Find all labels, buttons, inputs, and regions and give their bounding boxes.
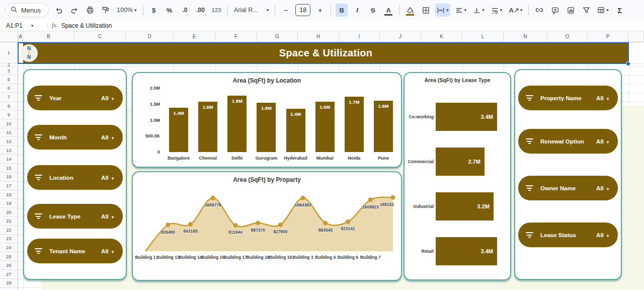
table-tools-button[interactable]: ▾ — [596, 4, 610, 17]
column-header-B[interactable]: B — [23, 31, 74, 42]
text-color-button[interactable]: A — [382, 4, 394, 17]
strikethrough-button[interactable]: S — [367, 4, 379, 17]
row-header-19[interactable]: 19 — [0, 199, 18, 208]
column-header-L[interactable]: L — [462, 31, 504, 42]
create-filter-button[interactable] — [580, 4, 592, 17]
bold-button[interactable]: B — [336, 4, 348, 17]
row-header-20[interactable]: 20 — [0, 208, 18, 217]
decrease-font-size-button[interactable]: − — [280, 4, 292, 17]
search-menus[interactable]: Menus — [5, 3, 49, 17]
column-header-H[interactable]: H — [298, 31, 339, 42]
row-header-6[interactable]: 6 — [0, 84, 18, 93]
horizontal-align-button[interactable]: ▾ — [454, 4, 468, 17]
column-header-C[interactable]: C — [74, 31, 126, 42]
column-header-P[interactable]: P — [588, 31, 628, 42]
column-header-O[interactable]: O — [547, 31, 588, 42]
filter-tenant-name[interactable]: Tenant Name All ▾ — [27, 239, 123, 263]
filter-value-dropdown[interactable]: All ▾ — [596, 185, 609, 191]
column-header-A[interactable]: A — [18, 31, 23, 42]
fill-color-button[interactable] — [404, 4, 416, 17]
column-header-E[interactable]: E — [174, 31, 215, 42]
banner-cell[interactable]: Space & Utilization — [23, 43, 628, 63]
column-header-D[interactable]: D — [126, 31, 174, 42]
increase-decimal-button[interactable]: .00→ — [195, 4, 207, 17]
row-header-14[interactable]: 14 — [0, 155, 18, 164]
row-header-23[interactable]: 23 — [0, 235, 18, 244]
zoom-select[interactable]: 100%▾ — [115, 4, 138, 17]
row-header-5[interactable]: 5 — [0, 75, 18, 84]
functions-button[interactable]: Σ — [614, 4, 626, 17]
column-header-G[interactable]: G — [257, 31, 298, 42]
row-header-18[interactable]: 18 — [0, 190, 18, 199]
column-header-I[interactable]: I — [339, 31, 380, 42]
filter-value-dropdown[interactable]: All ▾ — [101, 175, 114, 181]
filter-lease-status[interactable]: Lease Status All ▾ — [518, 223, 618, 247]
select-all-corner[interactable] — [0, 31, 18, 42]
text-rotation-button[interactable]: A ▾ — [507, 4, 524, 17]
name-box[interactable]: A1:P1▾ — [0, 22, 43, 29]
filter-month[interactable]: Month All ▾ — [27, 125, 123, 150]
row-header-28[interactable]: 28 — [0, 279, 18, 288]
chart-area-by-lease-type[interactable]: Area (SqFt) by Lease Type Co-working3.4M… — [404, 72, 511, 280]
chart-area-by-property[interactable]: Area (SqFt) by Proparty 8264608431651669… — [132, 171, 402, 281]
row-header-24[interactable]: 24 — [0, 243, 18, 252]
borders-button[interactable] — [420, 4, 432, 17]
undo-button[interactable] — [53, 4, 65, 17]
chart-area-by-location[interactable]: Area (SqFt) by Location 2.0M1.5M1.0M500.… — [132, 72, 402, 168]
filter-value-dropdown[interactable]: All ▾ — [101, 248, 114, 254]
filter-renewal-option[interactable]: Renewal Option All ▾ — [518, 129, 618, 154]
increase-font-size-button[interactable]: + — [314, 4, 326, 17]
vertical-align-button[interactable]: ▾ — [471, 4, 486, 17]
column-header-N[interactable]: N — [504, 31, 547, 42]
row-header-26[interactable]: 26 — [0, 261, 18, 270]
row-header-13[interactable]: 13 — [0, 146, 18, 155]
filter-value-dropdown[interactable]: All ▾ — [596, 95, 609, 101]
row-header-17[interactable]: 17 — [0, 181, 18, 190]
number-format-button[interactable]: 123 — [210, 4, 223, 17]
font-select[interactable]: Arial R...▾ — [232, 4, 271, 17]
filter-value-dropdown[interactable]: All ▾ — [101, 95, 114, 101]
filter-value-dropdown[interactable]: All ▾ — [596, 138, 609, 144]
column-header-J[interactable]: J — [380, 31, 421, 42]
insert-link-button[interactable] — [533, 4, 545, 17]
row-header-21[interactable]: 21 — [0, 217, 18, 226]
row-header-29[interactable]: 29 — [0, 287, 18, 290]
paint-format-button[interactable] — [100, 4, 112, 17]
merge-cells-button[interactable]: ▾ — [435, 4, 450, 17]
column-header-partial[interactable] — [628, 31, 644, 42]
row-header-22[interactable]: 22 — [0, 226, 18, 235]
insert-comment-button[interactable] — [549, 4, 561, 17]
row-header-25[interactable]: 25 — [0, 252, 18, 261]
filter-property-name[interactable]: Property Name All ▾ — [518, 86, 618, 110]
formula-input[interactable]: Space & Utilization — [61, 22, 112, 29]
filter-location[interactable]: Location All ▾ — [27, 165, 123, 190]
decrease-decimal-button[interactable]: .0← — [179, 4, 191, 17]
row-header-10[interactable]: 10 — [0, 119, 18, 128]
filter-value-dropdown[interactable]: All ▾ — [101, 213, 114, 220]
row-header-16[interactable]: 16 — [0, 173, 18, 182]
filter-value-dropdown[interactable]: All ▾ — [596, 232, 609, 238]
row-header-3[interactable]: 3 — [0, 66, 18, 75]
row-header-7[interactable]: 7 — [0, 93, 18, 102]
row-header-11[interactable]: 11 — [0, 128, 18, 137]
filter-owner-name[interactable]: Owner Name All ▾ — [518, 176, 618, 200]
filter-value-dropdown[interactable]: All ▾ — [101, 134, 114, 140]
percent-format-button[interactable]: % — [164, 4, 176, 17]
row-header-15[interactable]: 15 — [0, 164, 18, 173]
filter-year[interactable]: Year All ▾ — [27, 86, 123, 110]
font-size-input[interactable]: 18 — [295, 4, 310, 16]
row-header-12[interactable]: 12 — [0, 137, 18, 146]
italic-button[interactable]: I — [351, 4, 363, 17]
text-wrap-button[interactable]: ▾ — [490, 4, 504, 17]
column-header-K[interactable]: K — [421, 31, 462, 42]
column-header-F[interactable]: F — [215, 31, 257, 42]
row-header-1[interactable]: 1 — [0, 42, 18, 63]
currency-format-button[interactable]: $ — [148, 4, 160, 17]
redo-button[interactable] — [68, 4, 80, 17]
print-button[interactable] — [84, 4, 96, 17]
row-header-8[interactable]: 8 — [0, 102, 18, 111]
row-header-9[interactable]: 9 — [0, 110, 18, 119]
fill-handle[interactable] — [626, 61, 630, 66]
filter-lease-type[interactable]: Lease Type All ▾ — [27, 204, 123, 229]
insert-chart-button[interactable] — [565, 4, 577, 17]
